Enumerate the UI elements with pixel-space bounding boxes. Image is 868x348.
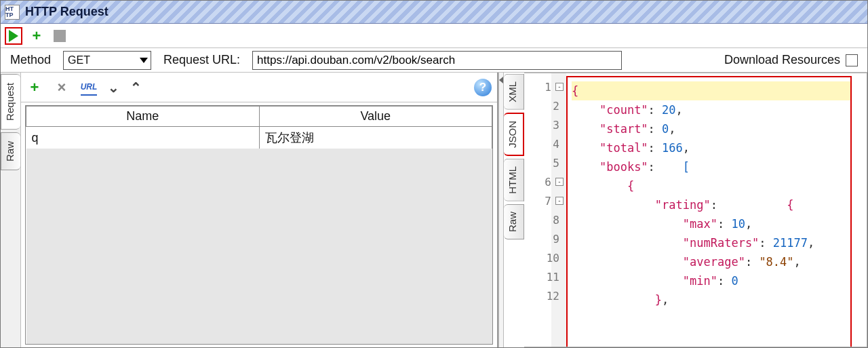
tab-raw-request[interactable]: Raw xyxy=(1,132,20,170)
delete-param-button[interactable]: × xyxy=(54,79,70,96)
move-down-button[interactable]: ⌄ xyxy=(108,79,119,96)
json-code-area[interactable]: { "count": 20, "start": 0, "total": 166,… xyxy=(566,76,852,347)
json-viewer[interactable]: 1-23456-7-89101112 { "count": 20, "start… xyxy=(524,73,867,347)
column-header-name: Name xyxy=(26,107,260,127)
stop-button[interactable] xyxy=(51,27,68,45)
url-params-icon[interactable]: URL xyxy=(81,79,97,96)
request-config-row: Method GET Request URL: Download Resourc… xyxy=(1,48,867,73)
help-icon[interactable]: ? xyxy=(474,79,492,96)
play-icon xyxy=(9,30,18,42)
tab-xml[interactable]: XML xyxy=(504,74,524,110)
request-panel: + × URL ⌄ ⌃ ? Name Value q 瓦尔登湖 xyxy=(21,73,498,347)
param-value-cell[interactable]: 瓦尔登湖 xyxy=(259,127,492,149)
download-resources-checkbox[interactable] xyxy=(846,54,858,66)
download-resources-label: Download Resources xyxy=(724,53,840,67)
run-toolbar: + xyxy=(1,24,867,48)
plus-icon: + xyxy=(33,28,41,43)
request-url-input[interactable] xyxy=(252,51,622,70)
table-row[interactable]: q 瓦尔登湖 xyxy=(26,127,492,149)
params-toolbar: + × URL ⌄ ⌃ ? xyxy=(21,73,497,102)
chevron-down-icon xyxy=(140,58,148,63)
line-number-gutter: 1-23456-7-89101112 xyxy=(524,73,566,347)
main-split: Request Raw + × URL ⌄ ⌃ ? Name Value xyxy=(1,73,867,347)
move-up-button[interactable]: ⌃ xyxy=(130,79,142,96)
title-bar: HT TP HTTP Request xyxy=(1,1,867,24)
response-panel: XML JSON HTML Raw 1-23456-7-89101112 { "… xyxy=(504,73,867,347)
run-button[interactable] xyxy=(5,27,22,45)
split-handle[interactable] xyxy=(498,73,504,347)
tab-raw-response[interactable]: Raw xyxy=(504,204,524,239)
tab-request[interactable]: Request xyxy=(1,74,20,130)
response-side-tabs: XML JSON HTML Raw xyxy=(504,73,524,347)
request-side-tabs: Request Raw xyxy=(1,73,21,347)
method-value: GET xyxy=(68,54,90,66)
param-name-cell[interactable]: q xyxy=(26,127,260,149)
stop-icon xyxy=(54,30,66,42)
column-header-value: Value xyxy=(259,107,492,127)
method-label: Method xyxy=(10,53,51,67)
tab-html[interactable]: HTML xyxy=(504,159,524,201)
add-param-button[interactable]: + xyxy=(26,79,43,96)
add-request-button[interactable]: + xyxy=(28,27,45,45)
url-label: Request URL: xyxy=(163,53,240,67)
app-icon: HT TP xyxy=(5,5,20,20)
window-title: HTTP Request xyxy=(25,5,108,19)
params-table[interactable]: Name Value q 瓦尔登湖 xyxy=(25,105,493,345)
method-select[interactable]: GET xyxy=(63,51,151,70)
tab-json[interactable]: JSON xyxy=(504,113,524,156)
collapse-left-icon xyxy=(499,77,503,83)
